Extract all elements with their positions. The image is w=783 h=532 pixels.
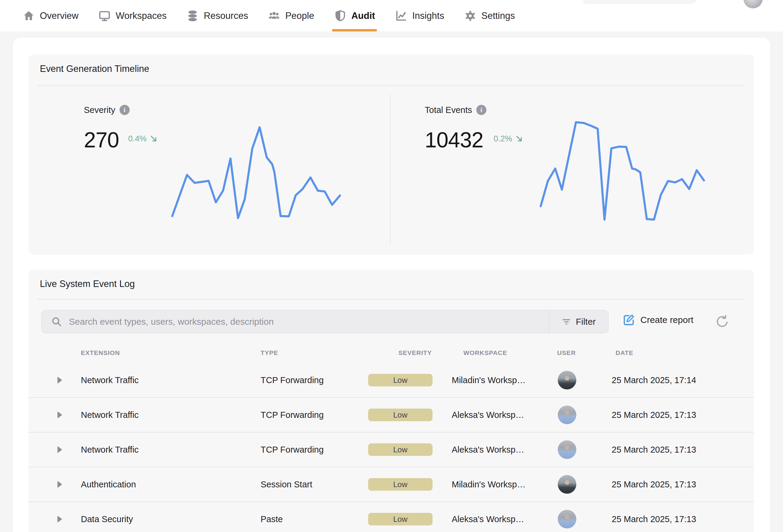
table-row[interactable]: Data Security Paste Low Aleksa's Worksp…… — [28, 502, 754, 532]
column-header-date: DATE — [616, 349, 633, 356]
database-icon — [186, 9, 199, 22]
date-cell: 25 March 2025, 17:13 — [612, 410, 696, 420]
gear-icon — [464, 9, 476, 22]
workspace-cell: Aleksa's Worksp… — [452, 514, 524, 524]
nav-label: Workspaces — [116, 10, 166, 21]
user-avatar — [558, 475, 576, 494]
severity-sparkline — [172, 127, 340, 218]
home-icon — [23, 9, 35, 22]
metric-label-text: Total Events — [425, 105, 472, 115]
type-cell: TCP Forwarding — [260, 445, 324, 455]
user-avatar — [558, 440, 576, 459]
caret-right-icon — [55, 514, 64, 524]
search-icon — [51, 316, 62, 327]
date-cell: 25 March 2025, 17:14 — [612, 375, 696, 385]
expand-row-caret[interactable] — [55, 376, 64, 385]
create-report-label: Create report — [640, 315, 693, 325]
nav-label: Insights — [412, 10, 444, 21]
expand-row-caret[interactable] — [55, 514, 64, 524]
table-row[interactable]: Authentication Session Start Low Miladin… — [28, 467, 754, 502]
refresh-button[interactable] — [715, 315, 729, 328]
severity-metric-label: Severity i — [84, 105, 130, 115]
vertical-divider — [390, 94, 390, 244]
nav-item-workspaces[interactable]: Workspaces — [98, 0, 166, 31]
extension-cell: Data Security — [81, 514, 133, 524]
column-header-type: TYPE — [260, 349, 278, 356]
live-system-event-log-card: Live System Event Log Filter Create repo… — [28, 270, 754, 532]
caret-right-icon — [55, 410, 64, 419]
change-percent: 0.4% — [128, 134, 147, 144]
line-chart-icon — [395, 9, 407, 22]
edit-icon — [622, 313, 635, 326]
event-generation-timeline-card: Event Generation Timeline Severity i 270… — [28, 55, 754, 255]
cutoff-toast — [583, 0, 696, 4]
timeline-card-title: Event Generation Timeline — [40, 63, 149, 74]
monitor-icon — [98, 9, 111, 22]
column-header-user: USER — [557, 349, 576, 356]
table-row[interactable]: Network Traffic TCP Forwarding Low Aleks… — [28, 433, 754, 467]
divider — [38, 299, 743, 300]
info-icon[interactable]: i — [120, 105, 130, 115]
nav-label: Resources — [204, 10, 248, 21]
date-cell: 25 March 2025, 17:13 — [612, 445, 696, 455]
severity-badge: Low — [368, 409, 433, 421]
severity-badge: Low — [368, 513, 433, 525]
severity-badge: Low — [368, 478, 433, 491]
severity-badge: Low — [368, 443, 433, 456]
caret-right-icon — [55, 376, 64, 385]
nav-item-overview[interactable]: Overview — [23, 0, 79, 31]
nav-item-resources[interactable]: Resources — [186, 0, 248, 31]
nav-item-people[interactable]: People — [268, 0, 314, 31]
total-events-metric-change: 0.2% — [494, 134, 524, 144]
column-header-workspace: WORKSPACE — [463, 349, 507, 356]
workspace-cell: Miladin's Worksp… — [452, 479, 526, 490]
divider — [38, 85, 743, 86]
workspace-cell: Aleksa's Worksp… — [452, 410, 524, 420]
table-row[interactable]: Network Traffic TCP Forwarding Low Milad… — [28, 363, 754, 398]
caret-right-icon — [55, 480, 64, 489]
expand-row-caret[interactable] — [55, 480, 64, 489]
extension-cell: Network Traffic — [81, 375, 139, 385]
nav-label: Overview — [40, 10, 79, 21]
table-body: Network Traffic TCP Forwarding Low Milad… — [28, 363, 754, 532]
nav-label: Audit — [351, 10, 375, 21]
filter-label: Filter — [576, 317, 596, 327]
total-events-sparkline — [541, 122, 704, 220]
nav-label: People — [285, 10, 314, 21]
search-input[interactable] — [68, 316, 549, 327]
total-events-metric-value: 10432 — [425, 128, 483, 152]
extension-cell: Network Traffic — [81, 410, 139, 420]
expand-row-caret[interactable] — [55, 445, 64, 454]
create-report-button[interactable]: Create report — [622, 313, 693, 326]
user-avatar — [558, 510, 576, 528]
change-percent: 0.2% — [494, 134, 512, 144]
severity-metric-change: 0.4% — [128, 134, 158, 144]
severity-metric-value: 270 — [84, 128, 119, 152]
metric-label-text: Severity — [84, 105, 115, 115]
workspace-cell: Miladin's Worksp… — [452, 375, 526, 385]
shield-icon — [334, 9, 347, 22]
filter-button[interactable]: Filter — [549, 311, 608, 333]
trend-down-arrow-icon — [515, 134, 524, 144]
filter-lines-icon — [562, 317, 571, 326]
column-header-severity: SEVERITY — [398, 349, 432, 356]
nav-item-settings[interactable]: Settings — [464, 0, 515, 31]
total-events-metric-label: Total Events i — [425, 105, 487, 115]
severity-badge: Low — [368, 374, 433, 386]
date-cell: 25 March 2025, 17:13 — [612, 479, 696, 490]
expand-row-caret[interactable] — [55, 410, 64, 419]
type-cell: Session Start — [260, 479, 312, 490]
nav-item-insights[interactable]: Insights — [395, 0, 444, 31]
table-row[interactable]: Network Traffic TCP Forwarding Low Aleks… — [28, 398, 754, 433]
caret-right-icon — [55, 445, 64, 454]
people-icon — [268, 9, 280, 22]
info-icon[interactable]: i — [476, 105, 487, 115]
top-navigation: Overview Workspaces Resources People Aud… — [0, 0, 783, 31]
extension-cell: Network Traffic — [81, 445, 139, 455]
workspace-cell: Aleksa's Worksp… — [452, 445, 524, 455]
extension-cell: Authentication — [81, 479, 136, 490]
nav-item-audit[interactable]: Audit — [334, 0, 375, 31]
trend-down-arrow-icon — [150, 134, 158, 144]
log-card-title: Live System Event Log — [40, 279, 135, 289]
table-header-row: EXTENSION TYPE SEVERITY WORKSPACE USER D… — [28, 349, 754, 363]
